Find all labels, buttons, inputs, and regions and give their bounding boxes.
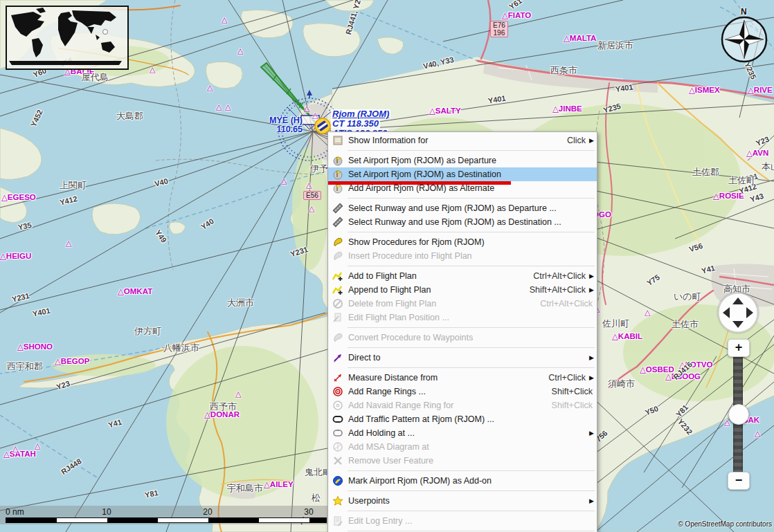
- waypoint-label: △SALTY: [429, 106, 461, 116]
- menu-item-shortcut: Shift+Click: [552, 387, 594, 396]
- city-label: 松: [312, 492, 321, 504]
- waypoint-triangle: △: [225, 102, 231, 111]
- city-label: 土佐町: [728, 174, 755, 187]
- scale-bar-stripes: [6, 517, 327, 523]
- measure-icon: [332, 372, 346, 383]
- menu-item-label: Remove User Feature: [346, 456, 594, 466]
- zoom-out-button[interactable]: −: [728, 472, 750, 490]
- menu-item-label: Set Airport Rjom (RJOM) as Destination: [346, 169, 594, 179]
- city-label: 大島郡: [116, 110, 143, 122]
- logbook-icon: [332, 515, 346, 526]
- zoom-in-button[interactable]: +: [728, 339, 750, 357]
- menu-item-set-departure[interactable]: Set Airport Rjom (RJOM) as Departure: [328, 154, 597, 167]
- zoom-slider[interactable]: + −: [726, 339, 750, 491]
- menu-item-shortcut: Ctrl+Click: [548, 373, 587, 383]
- city-label: いの町: [674, 291, 701, 303]
- city-label: 大洲市: [227, 297, 254, 309]
- menu-item-label: Edit Flight Plan Position ...: [346, 313, 594, 322]
- menu-item-label: Show Procedures for Rjom (RJOM): [346, 237, 594, 247]
- waypoint-triangle: △: [306, 181, 312, 190]
- menu-item-set-destination[interactable]: Set Airport Rjom (RJOM) as Destination: [328, 167, 597, 181]
- city-label: 屋代島: [82, 71, 109, 84]
- menu-item-label: Measure Distance from: [346, 373, 548, 383]
- waypoint-triangle: △: [755, 429, 760, 438]
- map-view[interactable]: △FIATO△MALTA△SALTY△JINBE△ISMEX△RIVE△AVN△…: [0, 0, 774, 532]
- waypoint-label: △SATAH: [3, 449, 36, 459]
- menu-item-runway-departure[interactable]: Select Runway and use Rjom (RJOM) as Dep…: [328, 201, 597, 215]
- menu-item-label: Userpoints: [346, 496, 587, 506]
- menu-item-label: Set Airport Rjom (RJOM) as Departure: [346, 156, 594, 165]
- info-icon: [332, 135, 346, 146]
- city-label: 西宇和郡: [7, 360, 43, 373]
- route-add-icon: [332, 284, 346, 295]
- menu-item-label: Convert Procedure to Waypoints: [346, 333, 594, 342]
- context-menu: Show Information forClick▶Set Airport Rj…: [327, 131, 597, 532]
- menu-item-label: Add Traffic Pattern at Rjom (RJOM) ...: [346, 414, 594, 424]
- traffic-pattern-icon: [332, 414, 346, 425]
- highlight-red-underline: [328, 181, 511, 185]
- remove-user-icon: [332, 455, 346, 466]
- menu-item-measure-distance[interactable]: Measure Distance fromCtrl+Click▶: [328, 371, 597, 385]
- menu-item-runway-destination[interactable]: Select Runway and use Rjom (RJOM) as Des…: [328, 215, 597, 229]
- waypoint-label: △MALTA: [564, 33, 596, 43]
- scale-tick-30: 30: [304, 507, 313, 517]
- waypoint-triangle: △: [235, 389, 241, 398]
- compass-north-label: N: [741, 7, 747, 17]
- city-label: 土佐市: [672, 318, 699, 331]
- delete-icon: [332, 298, 346, 309]
- pan-control[interactable]: [714, 289, 762, 336]
- menu-item-direct-to[interactable]: Direct to▶: [328, 351, 597, 365]
- scale-tick-20: 20: [203, 507, 212, 517]
- menu-separator: [348, 327, 595, 328]
- msa-icon: [332, 441, 346, 452]
- menu-item-label: Append to Flight Plan: [346, 285, 530, 295]
- menu-item-add-traffic-pattern[interactable]: Add Traffic Pattern at Rjom (RJOM) ...: [328, 412, 597, 426]
- menu-item-show-information[interactable]: Show Information forClick▶: [328, 134, 597, 147]
- compass-rose: N: [720, 6, 770, 69]
- menu-separator: [348, 150, 595, 151]
- menu-separator: [348, 347, 595, 348]
- menu-item-label: Add to Flight Plan: [346, 271, 533, 281]
- menu-item-show-procedures[interactable]: Show Procedures for Rjom (RJOM): [328, 235, 597, 249]
- menu-item-append-to-flight-plan[interactable]: Append to Flight PlanShift+Alt+Click▶: [328, 283, 597, 297]
- city-label: 土佐郡: [692, 166, 719, 178]
- waypoint-label: △HEIGU: [0, 251, 31, 261]
- procedure-icon: [332, 237, 346, 248]
- flag-departure-icon: [332, 155, 346, 166]
- menu-item-add-navaid-range-ring: Add Navaid Range Ring forShift+Click: [328, 398, 597, 412]
- menu-item-add-msa-diagram: Add MSA Diagram at: [328, 440, 597, 454]
- menu-item-shortcut: Shift+Alt+Click: [530, 285, 587, 295]
- world-map-inset[interactable]: [6, 6, 129, 70]
- menu-item-label: Select Runway and use Rjom (RJOM) as Dep…: [346, 203, 594, 213]
- city-label: 本山: [762, 160, 774, 173]
- submenu-arrow-icon: ▶: [587, 354, 594, 361]
- menu-item-shortcut: Ctrl+Alt+Click: [533, 271, 587, 281]
- menu-separator: [348, 367, 595, 368]
- waypoint-label: △AVN: [746, 148, 768, 158]
- waypoint-triangle: △: [312, 111, 318, 120]
- waypoint-label: △JINBE: [552, 104, 582, 113]
- menu-item-shortcut: Ctrl+Alt+Click: [540, 299, 594, 309]
- submenu-arrow-icon: ▶: [587, 430, 594, 437]
- city-label: 須崎市: [608, 378, 635, 390]
- runway-icon: [332, 203, 346, 214]
- menu-item-add-holding[interactable]: Add Holding at ...▶: [328, 426, 597, 440]
- star-icon: [332, 495, 346, 506]
- menu-separator: [348, 490, 595, 491]
- menu-item-mark-addon[interactable]: Mark Airport Rjom (RJOM) as Add-on: [328, 474, 597, 488]
- waypoint-label: △BEGOP: [55, 356, 89, 366]
- current-position-dot: [103, 30, 108, 35]
- waypoint-triangle: △: [222, 15, 227, 24]
- airport-ct-freq: CT 118.350: [331, 119, 380, 129]
- menu-item-userpoints[interactable]: Userpoints▶: [328, 494, 597, 508]
- holding-icon: [332, 428, 346, 439]
- menu-item-edit-flight-plan-position: Edit Flight Plan Position ...: [328, 311, 597, 324]
- addon-icon: [332, 475, 346, 486]
- menu-item-add-range-rings[interactable]: Add Range Rings ...Shift+Click: [328, 385, 597, 398]
- menu-separator: [348, 470, 595, 471]
- menu-item-add-to-flight-plan[interactable]: Add to Flight PlanCtrl+Alt+Click▶: [328, 269, 597, 283]
- menu-item-remove-user-feature: Remove User Feature: [328, 454, 597, 468]
- zoom-slider-handle[interactable]: [728, 404, 749, 425]
- map-attribution: © OpenStreetMap contributors: [678, 520, 772, 528]
- waypoint-triangle: △: [66, 239, 71, 248]
